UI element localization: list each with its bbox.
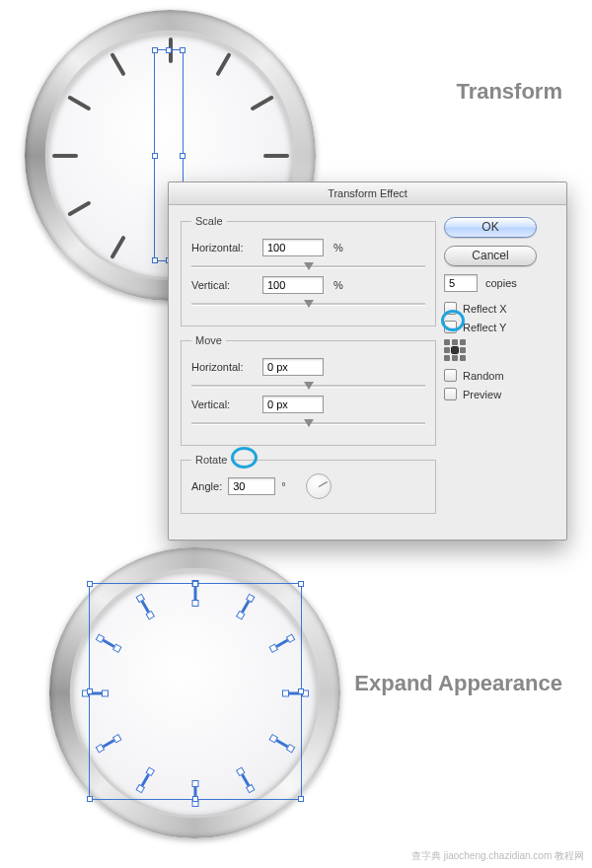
move-horizontal-input[interactable]: [262, 358, 324, 376]
scale-horizontal-unit: %: [333, 242, 343, 253]
selection-handle[interactable]: [192, 581, 198, 587]
selection-handle[interactable]: [180, 47, 185, 53]
selection-handle[interactable]: [152, 153, 158, 159]
selection-handle[interactable]: [152, 257, 158, 263]
clock-tick: [215, 52, 231, 77]
slider-thumb[interactable]: [304, 419, 314, 427]
reflect-x-label: Reflect X: [463, 303, 507, 315]
selection-handle[interactable]: [87, 796, 93, 802]
reflect-y-checkbox[interactable]: [444, 321, 457, 333]
clock-tick: [250, 95, 274, 110]
clock-tick: [67, 200, 92, 216]
clock-tick: [52, 154, 78, 158]
scale-horizontal-input[interactable]: [262, 239, 324, 256]
preview-checkbox[interactable]: [444, 388, 457, 400]
scale-vertical-label: Vertical:: [191, 279, 262, 291]
clock-tick: [110, 52, 125, 77]
rotate-legend: Rotate: [191, 454, 231, 466]
watermark-text: 查字典 jiaocheng.chazidian.com 教程网: [407, 848, 588, 864]
rotate-angle-unit: °: [281, 480, 285, 492]
move-vertical-label: Vertical:: [191, 398, 262, 410]
rotate-angle-input[interactable]: [228, 477, 275, 495]
reference-point-selector[interactable]: [444, 339, 466, 361]
scale-vertical-input[interactable]: [262, 276, 324, 294]
move-vertical-input[interactable]: [262, 396, 324, 413]
transform-effect-dialog: Transform Effect Scale Horizontal: % Ver…: [168, 181, 567, 541]
selection-handle[interactable]: [192, 796, 198, 802]
clock-tick: [263, 154, 289, 158]
selection-handle[interactable]: [87, 688, 93, 694]
reflect-x-checkbox[interactable]: [444, 302, 457, 315]
caption-transform: Transform: [456, 79, 562, 105]
scale-horizontal-slider[interactable]: [191, 260, 425, 272]
selection-handle[interactable]: [87, 581, 93, 587]
clock-tick: [110, 235, 125, 259]
slider-thumb[interactable]: [304, 300, 314, 308]
dialog-left-column: Scale Horizontal: % Vertical: % Move Hor…: [181, 215, 444, 522]
dialog-body: Scale Horizontal: % Vertical: % Move Hor…: [169, 205, 566, 540]
move-legend: Move: [191, 334, 226, 346]
move-horizontal-label: Horizontal:: [191, 361, 262, 373]
angle-dial-icon[interactable]: [306, 473, 332, 499]
reflect-y-label: Reflect Y: [463, 322, 506, 333]
rotate-angle-label: Angle:: [191, 480, 222, 492]
selection-handle[interactable]: [298, 581, 304, 587]
random-label: Random: [463, 370, 504, 382]
rotate-group: Rotate Angle: °: [181, 454, 436, 514]
caption-expand-appearance: Expand Appearance: [354, 671, 562, 696]
dialog-right-column: OK Cancel copies Reflect X Reflect Y: [444, 215, 555, 522]
cancel-button[interactable]: Cancel: [444, 246, 537, 266]
move-horizontal-slider[interactable]: [191, 380, 425, 392]
selection-handle[interactable]: [180, 153, 185, 159]
scale-legend: Scale: [191, 215, 227, 227]
random-checkbox[interactable]: [444, 369, 457, 382]
selection-box-bottom[interactable]: [89, 583, 302, 800]
selection-handle[interactable]: [298, 796, 304, 802]
move-vertical-slider[interactable]: [191, 417, 425, 429]
preview-label: Preview: [463, 389, 501, 400]
scale-horizontal-label: Horizontal:: [191, 242, 262, 253]
copies-label: copies: [485, 277, 517, 289]
clock-tick: [67, 95, 92, 110]
selection-handle[interactable]: [166, 47, 172, 53]
copies-input[interactable]: [444, 274, 478, 292]
scale-group: Scale Horizontal: % Vertical: %: [181, 215, 436, 326]
dialog-title: Transform Effect: [169, 182, 566, 205]
scale-vertical-slider[interactable]: [191, 298, 425, 310]
selection-handle[interactable]: [298, 688, 304, 694]
selection-handle[interactable]: [152, 47, 158, 53]
scale-vertical-unit: %: [333, 279, 343, 291]
move-group: Move Horizontal: Vertical:: [181, 334, 436, 446]
ok-button[interactable]: OK: [444, 217, 537, 238]
slider-thumb[interactable]: [304, 382, 314, 390]
slider-thumb[interactable]: [304, 262, 314, 270]
